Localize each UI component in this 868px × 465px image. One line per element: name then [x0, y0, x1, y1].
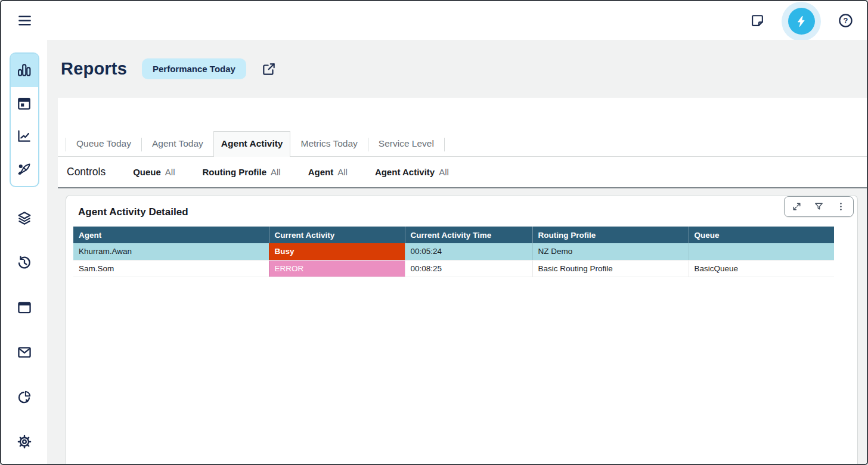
window-icon — [16, 299, 33, 316]
cell-routing-profile: NZ Demo — [532, 243, 689, 260]
controls-bar: Controls Queue All Routing Profile All A… — [58, 157, 867, 188]
column-header-queue[interactable]: Queue — [689, 227, 834, 243]
cell-routing-profile: Basic Routing Profile — [532, 260, 689, 277]
page-title: Reports — [61, 59, 127, 79]
design-icon — [16, 162, 32, 178]
tab-agent-activity[interactable]: Agent Activity — [213, 131, 291, 157]
lightning-icon — [795, 15, 808, 28]
cell-agent: Sam.Som — [73, 260, 269, 277]
performance-today-badge[interactable]: Performance Today — [142, 58, 246, 79]
line-chart-icon — [16, 128, 32, 144]
sidebar-item-settings[interactable] — [8, 419, 41, 464]
calendar-icon — [16, 95, 32, 111]
layers-icon — [16, 210, 33, 227]
main-content: Reports Performance Today Queue Toda — [47, 40, 867, 464]
column-header-current-activity-time[interactable]: Current Activity Time — [405, 227, 532, 243]
sidebar-item-metrics[interactable] — [11, 120, 38, 153]
settings-icon — [16, 433, 33, 450]
open-external-button[interactable] — [261, 61, 277, 77]
external-link-icon — [261, 61, 277, 77]
hamburger-icon — [17, 13, 33, 29]
sidebar-list — [8, 196, 41, 464]
tab-metrics-today[interactable]: Metrics Today — [290, 132, 367, 156]
topbar: ? — [1, 1, 867, 40]
sidebar-item-schedule[interactable] — [11, 87, 38, 120]
cell-queue: BasicQueue — [689, 260, 834, 277]
filter-button[interactable] — [814, 202, 824, 212]
sidebar-item-window[interactable] — [8, 285, 41, 330]
pie-chart-icon — [16, 389, 33, 405]
cell-current-activity: ERROR — [269, 260, 405, 277]
page-header: Reports Performance Today — [47, 40, 867, 98]
tab-queue-today[interactable]: Queue Today — [66, 132, 141, 156]
tab-agent-today[interactable]: Agent Today — [142, 132, 213, 156]
cell-agent: Khurram.Awan — [73, 243, 269, 260]
menu-button[interactable] — [17, 13, 33, 29]
cell-current-activity: Busy — [269, 243, 405, 260]
report-panel: Queue Today Agent Today Agent Activity M… — [58, 98, 867, 188]
table-title: Agent Activity Detailed — [78, 206, 850, 218]
filter-routing-profile[interactable]: Routing Profile All — [203, 167, 281, 177]
filter-queue[interactable]: Queue All — [133, 167, 175, 177]
filter-agent-activity[interactable]: Agent Activity All — [375, 167, 449, 177]
column-header-routing-profile[interactable]: Routing Profile — [532, 227, 689, 243]
cell-current-activity-time: 00:05:24 — [405, 243, 532, 260]
controls-label: Controls — [67, 166, 106, 178]
funnel-icon — [814, 202, 824, 212]
app-window: ? — [0, 0, 868, 465]
lightning-button[interactable] — [788, 8, 815, 35]
expand-button[interactable] — [792, 202, 802, 212]
column-header-agent[interactable]: Agent — [73, 227, 269, 243]
agent-activity-table: Agent Current Activity Current Activity … — [73, 227, 834, 277]
sidebar-item-history[interactable] — [8, 240, 41, 285]
svg-text:?: ? — [844, 16, 848, 25]
more-options-button[interactable] — [836, 202, 846, 212]
expand-icon — [792, 202, 802, 212]
report-card: Agent Activity Detailed Agent Current Ac… — [66, 195, 858, 464]
notes-button[interactable] — [750, 13, 765, 28]
cell-queue — [689, 243, 834, 260]
sidebar-item-layers[interactable] — [8, 196, 41, 240]
table-header-row: Agent Current Activity Current Activity … — [73, 227, 834, 243]
table-row[interactable]: Khurram.Awan Busy 00:05:24 NZ Demo — [73, 243, 834, 260]
table-row[interactable]: Sam.Som ERROR 00:08:25 Basic Routing Pro… — [73, 260, 834, 277]
sidebar-analytics-group — [10, 52, 39, 187]
table-actions-toolbar — [784, 196, 854, 217]
kebab-menu-icon — [836, 202, 846, 212]
note-icon — [750, 13, 765, 28]
history-icon — [16, 255, 33, 271]
report-tabs: Queue Today Agent Today Agent Activity M… — [58, 131, 867, 157]
cell-current-activity-time: 00:08:25 — [405, 260, 532, 277]
sidebar-item-reports[interactable] — [11, 54, 38, 87]
sidebar — [1, 40, 47, 464]
sidebar-item-mail[interactable] — [8, 330, 41, 374]
mail-icon — [16, 344, 33, 361]
column-header-current-activity[interactable]: Current Activity — [269, 227, 405, 243]
tab-service-level[interactable]: Service Level — [368, 132, 444, 156]
filter-agent[interactable]: Agent All — [308, 167, 348, 177]
sidebar-item-design[interactable] — [11, 153, 38, 187]
sidebar-item-pie-reports[interactable] — [8, 374, 41, 419]
help-button[interactable]: ? — [838, 13, 854, 29]
tab-separator — [444, 138, 445, 151]
help-icon: ? — [838, 13, 854, 29]
lightning-button-halo — [782, 2, 821, 41]
bar-chart-icon — [16, 62, 32, 78]
topbar-actions: ? — [750, 1, 854, 41]
